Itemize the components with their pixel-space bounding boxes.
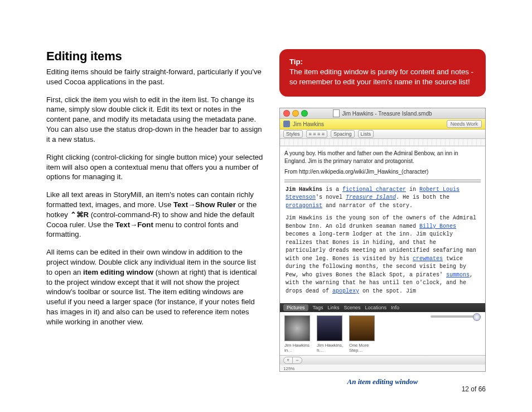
- tip-box: Tip: The item editing window is purely f…: [279, 49, 486, 97]
- picture-thumbnails: Jim Hawkins in… Jim Hawkins, h… One More…: [280, 312, 485, 355]
- image-icon: [317, 315, 342, 341]
- link-fictional-character[interactable]: fictional character: [342, 186, 406, 193]
- styles-control[interactable]: Styles: [283, 130, 303, 138]
- content-area: A young boy. His mother and father own t…: [280, 146, 485, 303]
- thumbnail-3[interactable]: One More Step…: [349, 315, 376, 353]
- link-apoplexy[interactable]: apoplexy: [332, 288, 359, 294]
- item-header-bar: Jim Hawkins Needs Work: [280, 119, 485, 130]
- thumbnail-1[interactable]: Jim Hawkins in…: [284, 315, 311, 353]
- paragraph-5: All items can be edited in their own win…: [46, 247, 264, 327]
- tip-body: The item editing window is purely for co…: [289, 67, 476, 87]
- add-button[interactable]: +: [283, 357, 293, 364]
- character-icon: [283, 121, 290, 127]
- thumbnail-zoom-slider[interactable]: [431, 315, 481, 318]
- minimize-icon[interactable]: [292, 110, 299, 117]
- tab-scenes[interactable]: Scenes: [344, 305, 361, 310]
- paragraph-4: Like all text areas in StoryMill, an ite…: [46, 190, 264, 239]
- remove-button[interactable]: −: [293, 357, 302, 364]
- window-titlebar: Jim Hawkins - Treasure Island.smdb: [280, 108, 485, 119]
- window-traffic-lights: [283, 110, 308, 117]
- zoom-level[interactable]: 125%: [283, 366, 485, 371]
- document-icon: [333, 109, 340, 117]
- left-column: Editing items Editing items should be fa…: [46, 49, 264, 386]
- paragraph-3: Right clicking (control-clicking for sin…: [46, 152, 264, 182]
- formatting-toolbar: Styles ≡ ≡ ≡ ≡ Spacing Lists: [280, 130, 485, 139]
- bottom-bar: + −: [280, 355, 485, 365]
- tab-locations[interactable]: Locations: [365, 305, 387, 310]
- thumbnail-2[interactable]: Jim Hawkins, h…: [317, 315, 344, 353]
- window-title: Jim Hawkins - Treasure Island.smdb: [333, 109, 432, 117]
- link-protagonist[interactable]: protagonist: [286, 203, 322, 209]
- link-crewmates[interactable]: crewmates: [413, 256, 443, 262]
- item-editing-window-screenshot: Jim Hawkins - Treasure Island.smdb Jim H…: [279, 108, 486, 372]
- tab-links[interactable]: Links: [328, 305, 340, 310]
- item-name: Jim Hawkins: [293, 121, 324, 127]
- paragraph-2: First, click the item you wish to edit i…: [46, 95, 264, 145]
- status-dropdown[interactable]: Needs Work: [447, 120, 482, 128]
- lists-control[interactable]: Lists: [358, 130, 374, 138]
- image-icon: [284, 315, 310, 341]
- figure-caption: An item editing window: [279, 377, 486, 386]
- metadata-tabs: Pictures Tags Links Scenes Locations Inf…: [280, 303, 485, 312]
- add-remove-buttons: + −: [283, 357, 302, 364]
- page-title: Editing items: [46, 49, 264, 64]
- paragraph-1: Editing items should be fairly straight-…: [46, 67, 264, 87]
- zoom-icon[interactable]: [301, 110, 308, 117]
- notes-upper[interactable]: A young boy. His mother and father own t…: [284, 150, 481, 179]
- link-summons[interactable]: summons: [446, 272, 470, 278]
- tab-tags[interactable]: Tags: [313, 305, 323, 310]
- alignment-control[interactable]: ≡ ≡ ≡ ≡: [306, 130, 328, 138]
- tip-title: Tip:: [289, 57, 476, 67]
- tab-pictures[interactable]: Pictures: [283, 304, 308, 311]
- notes-lower[interactable]: Jim Hawkins is a fictional character in …: [284, 183, 481, 299]
- close-icon[interactable]: [283, 110, 290, 117]
- link-billy-bones[interactable]: Billy Bones: [419, 223, 456, 229]
- link-treasure-island[interactable]: Treasure Island: [346, 194, 396, 200]
- spacing-control[interactable]: Spacing: [331, 130, 355, 138]
- text-ruler[interactable]: [280, 139, 485, 146]
- image-icon: [349, 315, 375, 341]
- page-number: 12 of 66: [462, 385, 486, 393]
- tab-info[interactable]: Info: [391, 305, 399, 310]
- right-column: Tip: The item editing window is purely f…: [279, 49, 486, 386]
